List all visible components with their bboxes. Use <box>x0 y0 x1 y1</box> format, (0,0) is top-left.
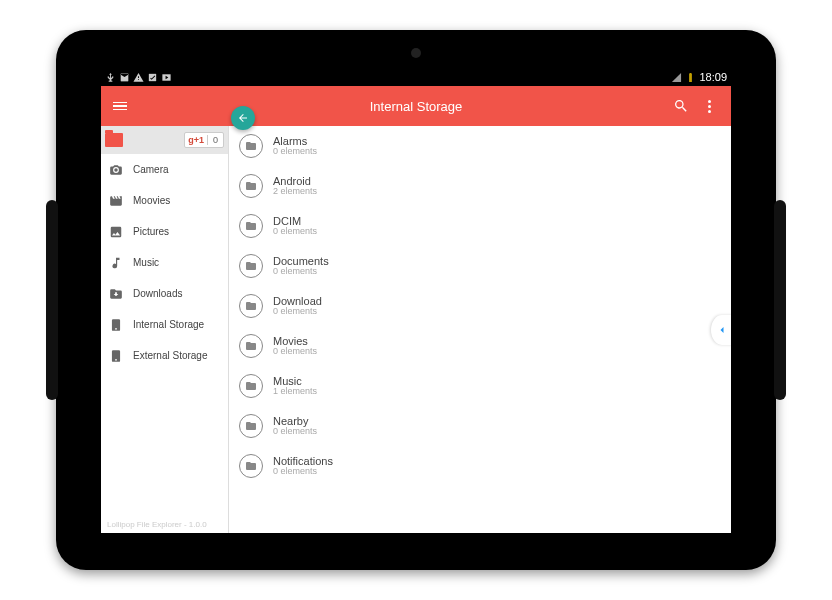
gplus-label: g+1 <box>185 135 208 145</box>
movie-icon <box>109 194 123 208</box>
folder-text: Alarms0 elements <box>273 135 317 157</box>
search-button[interactable] <box>667 92 695 120</box>
folder-icon <box>239 174 263 198</box>
sidebar: g+1 0 Camera Moovies <box>101 126 229 533</box>
sidebar-item-internal-storage[interactable]: Internal Storage <box>101 309 228 340</box>
speaker-left <box>46 200 58 400</box>
picture-icon <box>109 225 123 239</box>
sidebar-item-pictures[interactable]: Pictures <box>101 216 228 247</box>
up-directory-fab[interactable] <box>231 106 255 130</box>
sidebar-item-downloads[interactable]: Downloads <box>101 278 228 309</box>
folder-subtitle: 0 elements <box>273 307 322 317</box>
side-drawer-handle[interactable] <box>711 315 731 345</box>
folder-icon <box>239 294 263 318</box>
sidebar-item-label: Moovies <box>133 195 170 206</box>
sidebar-header: g+1 0 <box>101 126 228 154</box>
sidebar-item-external-storage[interactable]: External Storage <box>101 340 228 371</box>
status-left <box>105 72 172 83</box>
app-bar: Internal Storage <box>101 86 731 126</box>
download-icon <box>109 287 123 301</box>
folder-row[interactable]: Download0 elements <box>229 286 731 326</box>
folder-subtitle: 0 elements <box>273 427 317 437</box>
folder-text: Android2 elements <box>273 175 317 197</box>
tablet-camera <box>411 48 421 58</box>
sidebar-item-label: Internal Storage <box>133 319 204 330</box>
overflow-menu-button[interactable] <box>695 92 723 120</box>
mail-icon <box>119 72 130 83</box>
play-icon <box>161 72 172 83</box>
music-icon <box>109 256 123 270</box>
tablet-frame: 18:09 Internal Storage <box>56 30 776 570</box>
menu-button[interactable] <box>109 98 131 115</box>
screen: 18:09 Internal Storage <box>101 68 731 533</box>
folder-row[interactable]: Notifications0 elements <box>229 446 731 486</box>
status-right: 18:09 <box>671 71 727 83</box>
signal-icon <box>671 72 682 83</box>
gplus-count: 0 <box>208 135 223 145</box>
folder-icon <box>239 334 263 358</box>
speaker-right <box>774 200 786 400</box>
folder-icon <box>239 214 263 238</box>
folder-subtitle: 0 elements <box>273 267 329 277</box>
sidebar-item-label: Pictures <box>133 226 169 237</box>
folder-text: Music1 elements <box>273 375 317 397</box>
folder-icon <box>239 414 263 438</box>
camera-icon <box>109 163 123 177</box>
folder-subtitle: 0 elements <box>273 347 317 357</box>
storage-icon <box>109 318 123 332</box>
folder-text: Nearby0 elements <box>273 415 317 437</box>
sidebar-item-music[interactable]: Music <box>101 247 228 278</box>
folder-list[interactable]: Alarms0 elementsAndroid2 elementsDCIM0 e… <box>229 126 731 533</box>
folder-icon <box>239 134 263 158</box>
sidebar-item-label: External Storage <box>133 350 208 361</box>
sidebar-item-label: Music <box>133 257 159 268</box>
status-time: 18:09 <box>699 71 727 83</box>
usb-icon <box>105 72 116 83</box>
folder-subtitle: 1 elements <box>273 387 317 397</box>
gplus-badge[interactable]: g+1 0 <box>184 132 224 148</box>
storage-icon <box>109 349 123 363</box>
folder-text: Movies0 elements <box>273 335 317 357</box>
sidebar-footer: Lollipop File Explorer - 1.0.0 <box>101 516 228 533</box>
folder-icon <box>239 254 263 278</box>
folder-row[interactable]: Movies0 elements <box>229 326 731 366</box>
status-bar: 18:09 <box>101 68 731 86</box>
folder-subtitle: 0 elements <box>273 147 317 157</box>
folder-row[interactable]: Nearby0 elements <box>229 406 731 446</box>
folder-subtitle: 0 elements <box>273 467 333 477</box>
sidebar-item-label: Downloads <box>133 288 182 299</box>
folder-row[interactable]: DCIM0 elements <box>229 206 731 246</box>
folder-text: Download0 elements <box>273 295 322 317</box>
folder-icon <box>239 374 263 398</box>
app-folder-icon <box>105 133 123 147</box>
sidebar-item-movies[interactable]: Moovies <box>101 185 228 216</box>
folder-subtitle: 2 elements <box>273 187 317 197</box>
battery-icon <box>685 72 696 83</box>
sidebar-item-label: Camera <box>133 164 169 175</box>
folder-icon <box>239 454 263 478</box>
folder-row[interactable]: Documents0 elements <box>229 246 731 286</box>
folder-text: Documents0 elements <box>273 255 329 277</box>
folder-row[interactable]: Music1 elements <box>229 366 731 406</box>
folder-row[interactable]: Alarms0 elements <box>229 126 731 166</box>
warning-icon <box>133 72 144 83</box>
folder-text: Notifications0 elements <box>273 455 333 477</box>
folder-text: DCIM0 elements <box>273 215 317 237</box>
check-icon <box>147 72 158 83</box>
sidebar-item-camera[interactable]: Camera <box>101 154 228 185</box>
folder-subtitle: 0 elements <box>273 227 317 237</box>
content-area: g+1 0 Camera Moovies <box>101 126 731 533</box>
app-bar-title: Internal Storage <box>370 99 463 114</box>
folder-row[interactable]: Android2 elements <box>229 166 731 206</box>
